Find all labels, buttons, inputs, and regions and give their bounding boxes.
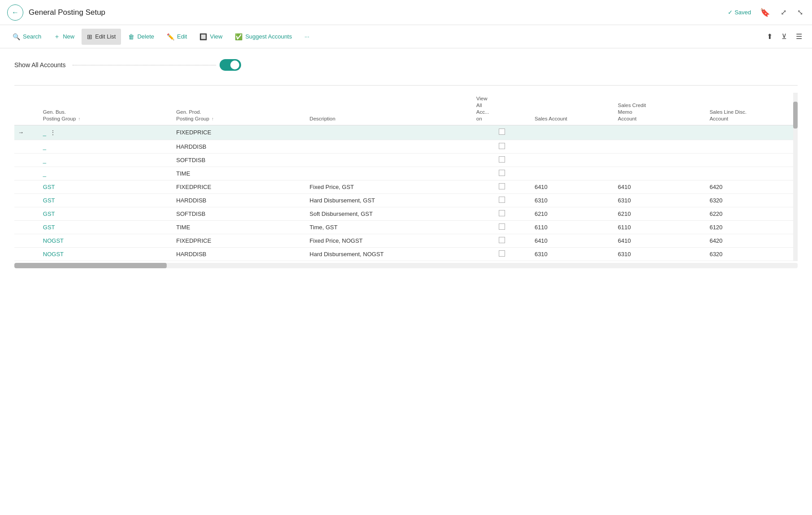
- table-row[interactable]: GSTTIMETime, GST611061106120: [14, 220, 798, 234]
- view-all-checkbox[interactable]: [499, 129, 505, 135]
- sort-arrow-gen-bus: ↑: [78, 116, 81, 122]
- view-all-cell[interactable]: [473, 234, 531, 247]
- description-cell: Soft Disbursement, GST: [306, 207, 473, 220]
- table-row[interactable]: _TIME: [14, 167, 798, 180]
- edit-button[interactable]: ✏️ Edit: [161, 29, 192, 45]
- columns-button[interactable]: ☰: [793, 30, 805, 43]
- pencil-icon: ✏️: [167, 33, 174, 40]
- table-row[interactable]: GSTSOFTDISBSoft Disbursement, GST6210621…: [14, 207, 798, 220]
- view-all-checkbox[interactable]: [499, 223, 505, 230]
- bookmark-button[interactable]: 🔖: [758, 6, 772, 19]
- view-all-checkbox[interactable]: [499, 143, 505, 149]
- gen-bus-link[interactable]: NOGST: [43, 237, 64, 244]
- gen-bus-cell[interactable]: GST: [39, 180, 173, 193]
- sales-credit-memo-cell: 6310: [614, 193, 706, 207]
- gen-bus-cell[interactable]: NOGST: [39, 234, 173, 247]
- vertical-scrollbar-thumb[interactable]: [793, 102, 798, 129]
- gen-bus-link[interactable]: NOGST: [43, 251, 64, 258]
- description-cell: Time, GST: [306, 220, 473, 234]
- view-all-checkbox[interactable]: [499, 183, 505, 189]
- view-all-cell[interactable]: [473, 220, 531, 234]
- row-indicator-cell: [14, 140, 39, 153]
- gen-bus-link[interactable]: GST: [43, 184, 55, 190]
- bookmark-icon: 🔖: [760, 8, 770, 17]
- back-button[interactable]: ←: [7, 4, 23, 21]
- description-cell: Hard Disbursement, GST: [306, 193, 473, 207]
- sales-credit-memo-cell: [614, 167, 706, 180]
- search-button[interactable]: 🔍 Search: [7, 29, 47, 45]
- sales-account-cell: [531, 153, 614, 167]
- horizontal-scrollbar-thumb[interactable]: [14, 263, 167, 268]
- view-all-checkbox[interactable]: [499, 250, 505, 257]
- row-indicator-cell: →: [14, 125, 39, 140]
- share-toolbar-button[interactable]: ⬆: [764, 30, 775, 43]
- suggest-icon: ✅: [235, 33, 242, 40]
- view-all-checkbox[interactable]: [499, 156, 505, 163]
- sales-account-cell: 6310: [531, 247, 614, 261]
- gen-bus-link[interactable]: GST: [43, 197, 55, 204]
- gen-prod-cell: FIXEDPRICE: [173, 180, 306, 193]
- gen-prod-cell: SOFTDISB: [173, 153, 306, 167]
- gen-bus-cell: _: [39, 167, 173, 180]
- table-row[interactable]: GSTFIXEDPRICEFixed Price, GST64106410642…: [14, 180, 798, 193]
- gen-bus-cell[interactable]: GST: [39, 193, 173, 207]
- view-all-checkbox[interactable]: [499, 170, 505, 176]
- suggest-accounts-button[interactable]: ✅ Suggest Accounts: [229, 29, 297, 45]
- view-all-cell[interactable]: [473, 140, 531, 153]
- sales-line-disc-cell: 6420: [706, 180, 798, 193]
- gen-bus-link[interactable]: GST: [43, 210, 55, 217]
- col-sales-account: Sales Account: [531, 93, 614, 125]
- gen-prod-cell: TIME: [173, 167, 306, 180]
- view-button[interactable]: 🔲 View: [194, 29, 228, 45]
- content: Show All Accounts Gen. Bus.Posting Group…: [0, 48, 812, 279]
- row-context-menu-button[interactable]: ⋮: [48, 128, 58, 137]
- table-header: Gen. Bus.Posting Group ↑ Gen. Prod.Posti…: [14, 93, 798, 125]
- table-row[interactable]: →_ ⋮FIXEDPRICE: [14, 125, 798, 140]
- new-button[interactable]: ＋ New: [48, 29, 80, 45]
- sales-account-cell: 6210: [531, 207, 614, 220]
- row-indicator-cell: [14, 247, 39, 261]
- view-all-cell[interactable]: [473, 193, 531, 207]
- gen-bus-cell: _: [39, 153, 173, 167]
- show-all-toggle[interactable]: [220, 59, 241, 71]
- description-cell: Fixed Price, NOGST: [306, 234, 473, 247]
- row-indicator-cell: [14, 180, 39, 193]
- view-all-cell[interactable]: [473, 125, 531, 140]
- saved-indicator: ✓ Saved: [728, 9, 751, 16]
- share-button[interactable]: ⤢: [779, 6, 788, 19]
- table-row[interactable]: GSTHARDDISBHard Disbursement, GST6310631…: [14, 193, 798, 207]
- col-sales-line-disc: Sales Line Disc.Account: [706, 93, 798, 125]
- horizontal-scrollbar[interactable]: [14, 263, 798, 268]
- view-all-cell[interactable]: [473, 180, 531, 193]
- view-all-checkbox[interactable]: [499, 237, 505, 243]
- edit-list-button[interactable]: ⊞ Edit List: [82, 29, 121, 45]
- gen-bus-link[interactable]: GST: [43, 224, 55, 231]
- sales-line-disc-cell: 6220: [706, 207, 798, 220]
- gen-prod-cell: SOFTDISB: [173, 207, 306, 220]
- col-view-all-accounts: ViewAllAcc...on: [473, 93, 531, 125]
- view-all-cell[interactable]: [473, 207, 531, 220]
- gen-bus-cell[interactable]: GST: [39, 220, 173, 234]
- view-all-checkbox[interactable]: [499, 210, 505, 216]
- toggle-dots: [73, 65, 216, 65]
- table-row[interactable]: _HARDDISB: [14, 140, 798, 153]
- plus-icon: ＋: [54, 33, 60, 41]
- vertical-scrollbar[interactable]: [793, 93, 798, 261]
- gen-prod-cell: FIXEDPRICE: [173, 234, 306, 247]
- expand-button[interactable]: ⤡: [795, 6, 805, 19]
- view-all-cell[interactable]: [473, 153, 531, 167]
- gen-bus-cell[interactable]: NOGST: [39, 247, 173, 261]
- table-row[interactable]: NOGSTFIXEDPRICEFixed Price, NOGST6410641…: [14, 234, 798, 247]
- table-divider: [14, 85, 798, 86]
- table-row[interactable]: NOGSTHARDDISBHard Disbursement, NOGST631…: [14, 247, 798, 261]
- more-button[interactable]: ···: [299, 29, 315, 45]
- view-all-checkbox[interactable]: [499, 197, 505, 203]
- view-all-cell[interactable]: [473, 167, 531, 180]
- sales-credit-memo-cell: 6410: [614, 180, 706, 193]
- view-all-cell[interactable]: [473, 247, 531, 261]
- filter-button[interactable]: ⊻: [779, 30, 790, 43]
- row-arrow-icon: →: [18, 129, 24, 136]
- gen-bus-cell[interactable]: GST: [39, 207, 173, 220]
- table-row[interactable]: _SOFTDISB: [14, 153, 798, 167]
- delete-button[interactable]: 🗑 Delete: [123, 29, 160, 45]
